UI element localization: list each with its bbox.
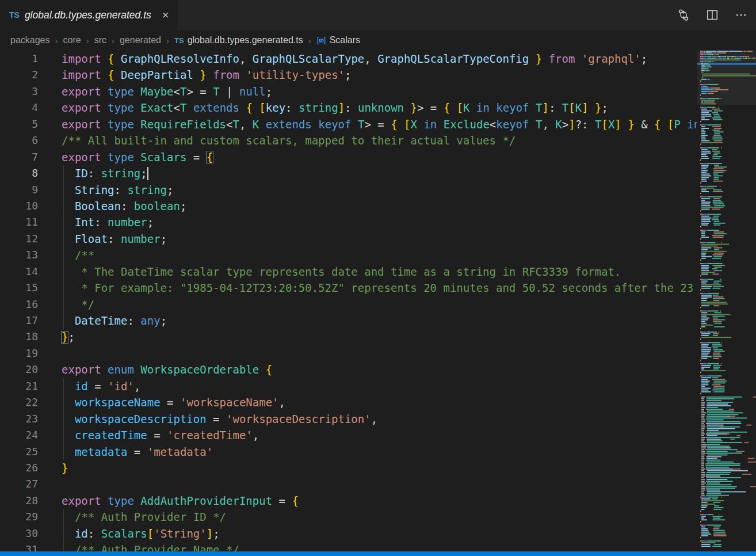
line-number: 9: [0, 182, 38, 198]
code-line-9[interactable]: 9 String: string;: [0, 182, 697, 198]
line-number: 3: [0, 83, 38, 100]
line-number: 28: [0, 493, 38, 509]
line-number: 19: [0, 345, 38, 361]
code-line-26[interactable]: 26}: [0, 460, 697, 476]
line-number: 29: [0, 509, 38, 525]
line-number: 14: [0, 264, 38, 280]
line-number: 21: [0, 378, 38, 394]
code-line-17[interactable]: 17 DateTime: any;: [0, 313, 697, 329]
code-line-content: Float: number;: [38, 231, 167, 247]
code-line-21[interactable]: 21 id = 'id',: [0, 378, 697, 394]
code-line-24[interactable]: 24 createdTime = 'createdTime',: [0, 427, 697, 443]
code-line-31[interactable]: 31 /** Auth Provider Name */: [0, 542, 697, 551]
code-line-content: /** Auth Provider Name */: [38, 542, 239, 551]
code-line-18[interactable]: 18};: [0, 329, 697, 345]
code-line-content: createdTime = 'createdTime',: [38, 427, 259, 443]
line-number: 12: [0, 231, 38, 247]
line-number: 16: [0, 296, 38, 313]
status-bar: [0, 551, 756, 556]
tab-bar: TS global.db.types.generated.ts ×: [0, 0, 756, 30]
compare-changes-icon[interactable]: [677, 8, 690, 22]
code-line-16[interactable]: 16 */: [0, 296, 697, 313]
breadcrumb-item-src[interactable]: src: [94, 35, 106, 45]
code-line-15[interactable]: 15 * For example: "1985-04-12T23:20:50.5…: [0, 280, 697, 296]
code-line-13[interactable]: 13 /**: [0, 247, 697, 263]
breadcrumb-item-file[interactable]: TSglobal.db.types.generated.ts: [174, 35, 303, 45]
close-icon[interactable]: ×: [161, 9, 170, 21]
minimap[interactable]: [697, 51, 756, 551]
code-line-22[interactable]: 22 workspaceName = 'workspaceName',: [0, 394, 697, 410]
breadcrumb: packages›core›src›generated›TSglobal.db.…: [0, 30, 756, 51]
breadcrumb-separator: ›: [112, 36, 114, 45]
code-line-content: export type RequireFields<T, K extends k…: [38, 116, 697, 132]
code-line-3[interactable]: 3export type Maybe<T> = T | null;: [0, 83, 697, 100]
code-line-content: export enum WorkspaceOrderable {: [38, 361, 272, 378]
more-actions-icon[interactable]: [734, 8, 748, 22]
breadcrumb-item-core[interactable]: core: [63, 35, 81, 45]
code-editor[interactable]: 1import { GraphQLResolveInfo, GraphQLSca…: [0, 51, 697, 551]
code-line-content: String: string;: [38, 182, 174, 198]
code-line-5[interactable]: 5export type RequireFields<T, K extends …: [0, 116, 697, 132]
code-line-2[interactable]: 2import { DeepPartial } from 'utility-ty…: [0, 67, 697, 83]
code-line-30[interactable]: 30 id: Scalars['String'];: [0, 525, 697, 542]
code-line-content: id = 'id',: [38, 378, 140, 394]
code-line-content: * For example: "1985-04-12T23:20:50.52Z"…: [38, 280, 693, 296]
typescript-file-icon: TS: [9, 10, 20, 20]
breadcrumb-file-label: global.db.types.generated.ts: [188, 35, 303, 45]
code-line-7[interactable]: 7export type Scalars = {: [0, 149, 697, 165]
code-line-4[interactable]: 4export type Exact<T extends { [key: str…: [0, 100, 697, 116]
code-line-23[interactable]: 23 workspaceDescription = 'workspaceDesc…: [0, 411, 697, 427]
typescript-file-icon: TS: [174, 36, 184, 45]
line-number: 2: [0, 67, 38, 83]
line-number: 22: [0, 394, 38, 410]
code-line-content: Boolean: boolean;: [38, 198, 186, 214]
breadcrumb-item-packages[interactable]: packages: [10, 35, 50, 45]
code-line-19[interactable]: 19: [0, 345, 697, 361]
line-number: 8: [0, 165, 38, 181]
code-line-1[interactable]: 1import { GraphQLResolveInfo, GraphQLSca…: [0, 51, 697, 67]
breadcrumb-separator: ›: [86, 36, 89, 45]
line-number: 23: [0, 411, 38, 427]
split-editor-icon[interactable]: [705, 8, 719, 22]
code-line-20[interactable]: 20export enum WorkspaceOrderable {: [0, 361, 697, 378]
breadcrumb-separator: ›: [308, 36, 311, 45]
code-line-content: metadata = 'metadata': [38, 444, 213, 460]
code-line-content: Int: number;: [38, 214, 154, 230]
code-line-8[interactable]: 8 ID: string;: [0, 165, 697, 181]
breadcrumb-item-symbol[interactable]: Scalars: [316, 35, 360, 45]
line-number: 15: [0, 280, 38, 296]
code-line-content: /**: [38, 247, 94, 263]
breadcrumb-item-generated[interactable]: generated: [120, 35, 161, 45]
editor-actions: [677, 0, 748, 30]
line-number: 11: [0, 214, 38, 230]
code-line-content: workspaceName = 'workspaceName',: [38, 394, 285, 410]
line-number: 6: [0, 132, 38, 148]
code-line-11[interactable]: 11 Int: number;: [0, 214, 697, 230]
code-line-25[interactable]: 25 metadata = 'metadata': [0, 444, 697, 460]
code-line-content: export type AddAuthProviderInput = {: [38, 493, 299, 509]
code-line-content: workspaceDescription = 'workspaceDescrip…: [38, 411, 377, 427]
code-line-14[interactable]: 14 * The DateTime scalar type represents…: [0, 264, 697, 280]
line-number: 1: [0, 51, 38, 67]
code-line-29[interactable]: 29 /** Auth Provider ID */: [0, 509, 697, 525]
code-line-content: export type Exact<T extends { [key: stri…: [38, 100, 608, 116]
line-number: 25: [0, 444, 38, 460]
code-line-10[interactable]: 10 Boolean: boolean;: [0, 198, 697, 214]
line-number: 18: [0, 329, 38, 345]
line-number: 31: [0, 542, 38, 551]
code-line-content: /** Auth Provider ID */: [38, 509, 226, 525]
line-number: 30: [0, 525, 38, 542]
code-line-content: import { DeepPartial } from 'utility-typ…: [38, 67, 351, 83]
code-line-27[interactable]: 27: [0, 476, 697, 492]
code-line-12[interactable]: 12 Float: number;: [0, 231, 697, 247]
code-line-content: /** All built-in and custom scalars, map…: [38, 132, 516, 148]
line-number: 26: [0, 460, 38, 476]
code-line-content: ID: string;: [38, 165, 147, 181]
vscode-window: TS global.db.types.generated.ts ×: [0, 0, 756, 556]
code-line-content: */: [38, 296, 94, 313]
breadcrumb-separator: ›: [166, 36, 169, 45]
code-line-content: export type Maybe<T> = T | null;: [38, 83, 272, 100]
tab-global-db-types-generated-ts[interactable]: TS global.db.types.generated.ts ×: [0, 0, 178, 30]
code-line-28[interactable]: 28export type AddAuthProviderInput = {: [0, 493, 697, 509]
code-line-6[interactable]: 6/** All built-in and custom scalars, ma…: [0, 132, 697, 148]
